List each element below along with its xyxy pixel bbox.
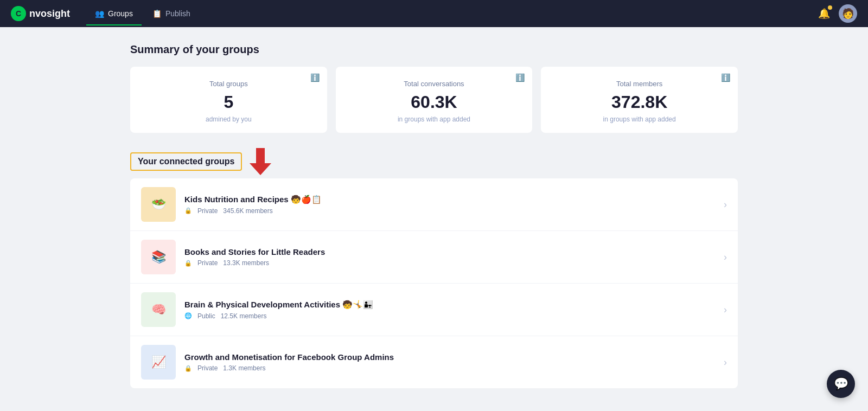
logo[interactable]: C nvosight: [11, 6, 70, 21]
group-name-3: Growth and Monetisation for Facebook Gro…: [184, 352, 724, 362]
main-content: Summary of your groups ℹ️ Total groups 5…: [108, 27, 760, 404]
chevron-right-1: ›: [724, 252, 727, 263]
members-count-1: 13.3K members: [223, 259, 269, 267]
info-icon-conversations[interactable]: ℹ️: [515, 73, 525, 82]
stat-sub-groups: admined by you: [141, 115, 316, 123]
nav-items: 👥 Groups 📋 Publish: [86, 2, 802, 25]
privacy-label-2: Public: [197, 312, 215, 320]
chevron-right-0: ›: [724, 199, 727, 210]
stat-value-conversations: 60.3K: [347, 92, 522, 112]
group-name-0: Kids Nutrition and Recipes 🧒🍎📋: [184, 195, 724, 204]
stat-card-groups: ℹ️ Total groups 5 admined by you: [130, 67, 327, 133]
group-meta-0: 🔒 Private 345.6K members: [184, 207, 724, 215]
publish-icon: 📋: [152, 9, 162, 18]
notification-badge: [828, 5, 832, 10]
globe-icon-2: 🌐: [184, 312, 192, 319]
avatar[interactable]: 🧑: [839, 4, 857, 23]
group-meta-2: 🌐 Public 12.5K members: [184, 312, 724, 320]
nav-right: 🔔 🧑: [818, 4, 857, 23]
stat-label-conversations: Total conversations: [347, 80, 522, 88]
chevron-right-2: ›: [724, 304, 727, 316]
logo-text: nvosight: [29, 8, 70, 20]
group-info-2: Brain & Physical Development Activities …: [184, 300, 724, 320]
group-thumb-2: 🧠: [141, 292, 176, 327]
nav-item-groups[interactable]: 👥 Groups: [86, 2, 142, 25]
groups-list: 🥗 Kids Nutrition and Recipes 🧒🍎📋 🔒 Priva…: [130, 178, 738, 388]
group-item-2[interactable]: 🧠 Brain & Physical Development Activitie…: [130, 284, 738, 336]
lock-icon-1: 🔒: [184, 260, 192, 267]
stat-card-conversations: ℹ️ Total conversations 60.3K in groups w…: [336, 67, 533, 133]
stat-label-groups: Total groups: [141, 80, 316, 88]
stat-label-members: Total members: [552, 80, 727, 88]
group-thumb-3: 📈: [141, 345, 176, 380]
stat-value-members: 372.8K: [552, 92, 727, 112]
lock-icon-0: 🔒: [184, 207, 192, 214]
group-thumb-1: 📚: [141, 240, 176, 274]
nav-item-publish[interactable]: 📋 Publish: [144, 2, 199, 25]
group-name-1: Books and Stories for Little Readers: [184, 247, 724, 256]
privacy-label-3: Private: [197, 364, 218, 372]
group-name-2: Brain & Physical Development Activities …: [184, 300, 724, 310]
logo-icon: C: [11, 6, 26, 21]
members-count-2: 12.5K members: [221, 312, 267, 320]
stats-row: ℹ️ Total groups 5 admined by you ℹ️ Tota…: [130, 67, 738, 133]
info-icon-members[interactable]: ℹ️: [721, 73, 730, 82]
stat-card-members: ℹ️ Total members 372.8K in groups with a…: [541, 67, 738, 133]
stat-value-groups: 5: [141, 92, 316, 112]
chat-button[interactable]: 💬: [827, 370, 855, 398]
group-item-0[interactable]: 🥗 Kids Nutrition and Recipes 🧒🍎📋 🔒 Priva…: [130, 178, 738, 231]
group-item-1[interactable]: 📚 Books and Stories for Little Readers 🔒…: [130, 231, 738, 284]
groups-icon: 👥: [95, 9, 104, 18]
group-info-1: Books and Stories for Little Readers 🔒 P…: [184, 247, 724, 267]
section-header: Your connected groups: [130, 148, 738, 175]
members-count-0: 345.6K members: [223, 207, 272, 215]
group-item-3[interactable]: 📈 Growth and Monetisation for Facebook G…: [130, 336, 738, 388]
group-thumb-0: 🥗: [141, 187, 176, 222]
privacy-label-0: Private: [197, 207, 218, 215]
group-info-3: Growth and Monetisation for Facebook Gro…: [184, 352, 724, 372]
page-title: Summary of your groups: [130, 43, 738, 56]
navbar: C nvosight 👥 Groups 📋 Publish 🔔 🧑: [0, 0, 868, 27]
group-info-0: Kids Nutrition and Recipes 🧒🍎📋 🔒 Private…: [184, 195, 724, 215]
section-title: Your connected groups: [130, 152, 242, 171]
red-arrow-indicator: [250, 148, 271, 175]
group-meta-3: 🔒 Private 1.3K members: [184, 364, 724, 372]
group-meta-1: 🔒 Private 13.3K members: [184, 259, 724, 267]
stat-sub-members: in groups with app added: [552, 115, 727, 123]
bell-icon[interactable]: 🔔: [818, 8, 830, 20]
members-count-3: 1.3K members: [223, 364, 265, 372]
privacy-label-1: Private: [197, 259, 218, 267]
info-icon-groups[interactable]: ℹ️: [310, 73, 320, 82]
stat-sub-conversations: in groups with app added: [347, 115, 522, 123]
chevron-right-3: ›: [724, 357, 727, 368]
lock-icon-3: 🔒: [184, 365, 192, 372]
